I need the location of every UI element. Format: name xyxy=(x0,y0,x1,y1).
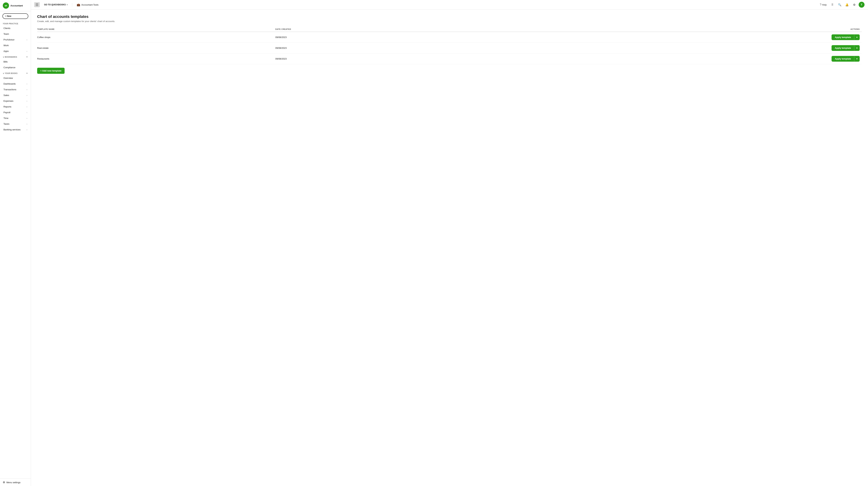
apps-grid-button[interactable]: ⠿ xyxy=(830,2,835,8)
payroll-chevron-icon: › xyxy=(27,112,27,114)
template-date-cell: 09/08/2023 xyxy=(275,32,493,43)
chevron-down-icon: ∨ xyxy=(3,56,4,58)
sidebar-item-payroll[interactable]: Payroll › xyxy=(1,110,30,115)
svg-text:qb: qb xyxy=(5,4,7,7)
chevron-down-icon: ▾ xyxy=(856,58,858,60)
apply-template-button[interactable]: Apply template xyxy=(832,56,854,61)
hamburger-line-3 xyxy=(35,5,38,6)
dashboards-chevron-icon: › xyxy=(27,83,27,85)
go-to-qb-dropdown-icon: ▾ xyxy=(67,4,67,6)
add-new-template-button[interactable]: + Add new template xyxy=(37,68,65,74)
bookmarks-section-header[interactable]: ∨ BOOKMARKS ✏ xyxy=(0,54,31,59)
template-date-cell: 09/08/2023 xyxy=(275,54,493,64)
sidebar-item-sales[interactable]: Sales › xyxy=(1,92,30,98)
nav-icons: ? Help ⠿ 🔍 🔔 ⚙ T xyxy=(818,2,865,8)
settings-gear-icon: ⚙ xyxy=(853,3,856,6)
search-icon: 🔍 xyxy=(838,3,841,6)
template-date-cell: 09/08/2023 xyxy=(275,43,493,54)
col-actions: ACTIONS xyxy=(493,27,862,32)
sidebar-item-expenses[interactable]: Expenses › xyxy=(1,98,30,104)
template-actions-cell: Apply template▾ xyxy=(493,32,862,43)
apply-template-button[interactable]: Apply template xyxy=(832,35,854,40)
accountant-tools-button[interactable]: 💼 Accountant Tools xyxy=(75,2,100,7)
page-title: Chart of accounts templates xyxy=(37,14,862,19)
apps-chevron-icon: › xyxy=(27,50,27,52)
logo-text: Accountant xyxy=(10,4,23,7)
help-circle-icon: ? xyxy=(820,3,821,6)
books-edit-icon[interactable]: ✏ xyxy=(26,72,28,74)
sidebar-item-banking-services[interactable]: Banking services › xyxy=(1,127,30,132)
search-button[interactable]: 🔍 xyxy=(837,2,843,8)
banking-chevron-icon: › xyxy=(27,129,27,131)
new-button[interactable]: + New xyxy=(2,13,28,19)
bookmarks-edit-icon[interactable]: ✏ xyxy=(26,56,28,58)
template-name-cell: Restaurants xyxy=(37,54,275,64)
sidebar-item-team[interactable]: Team xyxy=(1,31,30,37)
bell-icon: 🔔 xyxy=(845,3,849,6)
top-nav: GO TO QUICKBOOKS ▾ 💼 Accountant Tools ? … xyxy=(31,0,868,9)
settings-button[interactable]: ⚙ xyxy=(851,2,857,8)
proadvisor-chevron-icon: › xyxy=(27,39,27,41)
apply-template-dropdown-button[interactable]: ▾ xyxy=(854,56,860,61)
help-button[interactable]: ? Help xyxy=(818,2,828,7)
apply-template-button[interactable]: Apply template xyxy=(832,45,854,51)
chevron-down-icon: ▾ xyxy=(856,47,858,49)
hamburger-button[interactable] xyxy=(34,2,39,7)
hamburger-line-2 xyxy=(35,4,38,5)
apply-template-dropdown-button[interactable]: ▾ xyxy=(854,35,860,40)
briefcase-icon: 💼 xyxy=(77,3,80,6)
sidebar-item-proadvisor[interactable]: ProAdvisor › xyxy=(1,37,30,42)
transactions-chevron-icon: › xyxy=(27,89,27,91)
sales-chevron-icon: › xyxy=(27,94,27,96)
sidebar-item-overview[interactable]: Overview xyxy=(1,75,30,81)
table-row: Real estate09/08/2023Apply template▾ xyxy=(37,43,862,54)
col-template-name: TEMPLATE NAME xyxy=(37,27,275,32)
apply-template-btn-group: Apply template▾ xyxy=(832,34,860,40)
expenses-chevron-icon: › xyxy=(27,100,27,102)
apply-template-btn-group: Apply template▾ xyxy=(832,45,860,51)
chevron-down-icon-books: ∨ xyxy=(3,72,4,74)
grid-icon: ⠿ xyxy=(831,3,833,6)
sidebar-item-compliance[interactable]: Compliance xyxy=(1,65,30,70)
template-name-cell: Real estate xyxy=(37,43,275,54)
sidebar-item-work[interactable]: Work xyxy=(1,42,30,48)
main-content: GO TO QUICKBOOKS ▾ 💼 Accountant Tools ? … xyxy=(31,0,868,486)
sidebar-item-clients[interactable]: Clients xyxy=(1,25,30,31)
reports-chevron-icon: › xyxy=(27,106,27,108)
apply-template-btn-group: Apply template▾ xyxy=(832,56,860,62)
sidebar-item-taxes[interactable]: Taxes › xyxy=(1,121,30,127)
your-practice-label: YOUR PRACTICE xyxy=(0,21,31,25)
your-books-section-header[interactable]: ∨ YOUR BOOKS ✏ xyxy=(0,70,31,75)
page-subtitle: Create, edit, and manage custom template… xyxy=(37,20,862,23)
time-chevron-icon: › xyxy=(27,117,27,119)
menu-settings-item[interactable]: ⚙ Menu settings xyxy=(0,479,31,486)
table-row: Restaurants09/08/2023Apply template▾ xyxy=(37,54,862,64)
go-to-quickbooks-button[interactable]: GO TO QUICKBOOKS ▾ xyxy=(42,2,69,7)
col-date-created: DATE CREATED xyxy=(275,27,493,32)
hamburger-line-1 xyxy=(35,3,38,4)
notifications-button[interactable]: 🔔 xyxy=(844,2,850,8)
sidebar-item-transactions[interactable]: Transactions › xyxy=(1,87,30,92)
sidebar-item-time[interactable]: Time › xyxy=(1,115,30,121)
template-actions-cell: Apply template▾ xyxy=(493,54,862,64)
templates-table: TEMPLATE NAME DATE CREATED ACTIONS Coffe… xyxy=(37,27,862,64)
sidebar-item-apps[interactable]: Apps › xyxy=(1,48,30,54)
page-content: Chart of accounts templates Create, edit… xyxy=(31,9,868,486)
sidebar-item-bills[interactable]: Bills xyxy=(1,59,30,65)
template-name-cell: Coffee shops xyxy=(37,32,275,43)
gear-icon: ⚙ xyxy=(3,481,5,484)
sidebar-logo: qb Accountant xyxy=(0,0,31,11)
sidebar-item-dashboards[interactable]: Dashboards › xyxy=(1,81,30,87)
template-actions-cell: Apply template▾ xyxy=(493,43,862,54)
taxes-chevron-icon: › xyxy=(27,123,27,125)
qb-logo-icon: qb xyxy=(3,2,9,9)
table-row: Coffee shops09/08/2023Apply template▾ xyxy=(37,32,862,43)
user-avatar[interactable]: T xyxy=(859,2,865,8)
apply-template-dropdown-button[interactable]: ▾ xyxy=(854,45,860,51)
sidebar: qb Accountant + New YOUR PRACTICE Client… xyxy=(0,0,31,486)
chevron-down-icon: ▾ xyxy=(856,36,858,38)
sidebar-item-reports[interactable]: Reports › xyxy=(1,104,30,110)
